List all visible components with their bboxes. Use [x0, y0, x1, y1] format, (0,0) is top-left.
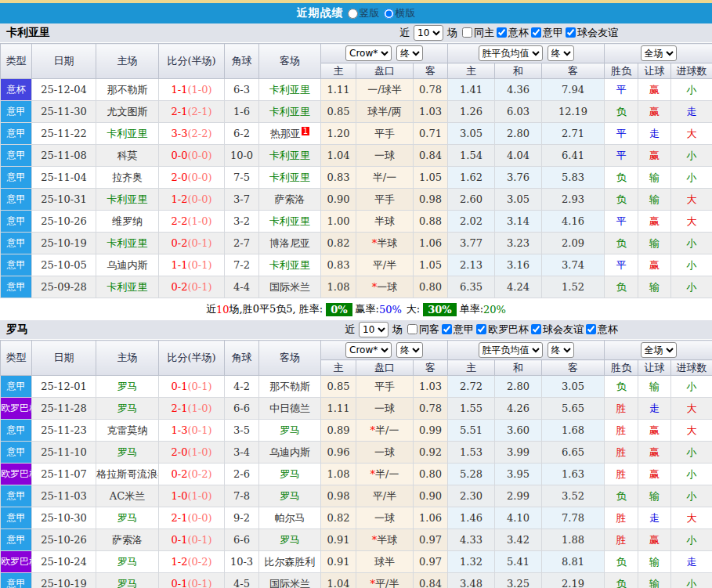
fulltime-score: 2-2 [171, 215, 187, 227]
home-team-name[interactable]: 罗马 [117, 381, 138, 392]
home-team-name[interactable]: 克雷莫纳 [107, 424, 148, 436]
away-team-name[interactable]: 卡利亚里 [269, 84, 310, 96]
col-corner: 角球 [225, 44, 259, 79]
horizontal-radio-input[interactable] [384, 9, 394, 19]
away-team-name[interactable]: 卡利亚里 [269, 106, 310, 117]
mean-stage-select[interactable]: 终 [548, 342, 574, 358]
home-team-name[interactable]: 格拉斯哥流浪者 [96, 468, 159, 480]
home-team-name[interactable]: 罗马 [117, 556, 138, 568]
mean-type-select[interactable]: 胜平负均值 [479, 45, 543, 61]
mean-type-select[interactable]: 胜平负均值 [479, 342, 543, 358]
filter-checkbox[interactable] [586, 324, 596, 334]
league-badge-cell: 意甲 [1, 573, 32, 588]
away-team-name[interactable]: 比尔森胜利 [265, 556, 316, 568]
layout-radio-horizontal[interactable]: 横版 [384, 6, 416, 20]
home-team-name[interactable]: 罗马 [117, 578, 138, 588]
away-team-name[interactable]: 卡利亚里 [269, 150, 310, 161]
away-team-name[interactable]: 乌迪内斯 [269, 446, 310, 458]
league-badge-cell: 意甲 [1, 529, 32, 551]
match-row: 欧罗巴杯25-11-07格拉斯哥流浪者0-2(0-2)2-6罗马1.08*半/一… [1, 464, 712, 485]
home-team-name[interactable]: 科莫 [117, 150, 138, 161]
away-team-name[interactable]: 萨索洛 [275, 193, 305, 205]
away-team-name[interactable]: 帕尔马 [275, 512, 305, 524]
home-team-name[interactable]: 拉齐奥 [112, 171, 143, 183]
match-scope-select[interactable]: 全场 [641, 342, 677, 358]
away-team-name[interactable]: 罗马 [280, 468, 300, 480]
corner-cell: 7-8 [225, 485, 259, 507]
filter-checkbox[interactable] [497, 27, 507, 38]
away-team-name[interactable]: 那不勒斯 [269, 381, 310, 392]
filter-option[interactable]: 同主 [462, 26, 494, 40]
home-team-name[interactable]: 乌迪内斯 [107, 259, 148, 271]
home-team-name[interactable]: 罗马 [117, 446, 138, 458]
odds-stage-select[interactable]: 终 [396, 342, 423, 358]
home-team-name[interactable]: 维罗纳 [112, 215, 143, 227]
away-team-name[interactable]: 中日德兰 [269, 402, 310, 414]
halftime-score: (0-2) [187, 556, 211, 568]
home-team-name[interactable]: 卡利亚里 [107, 128, 148, 139]
filter-checkbox[interactable] [531, 27, 541, 38]
home-team-name[interactable]: 萨索洛 [112, 534, 143, 546]
filter-option[interactable]: 欧罗巴杯 [476, 323, 529, 337]
league-badge-cell: 欧罗巴杯 [1, 398, 32, 420]
home-team-name[interactable]: 卡利亚里 [107, 237, 148, 249]
away-team-name[interactable]: 卡利亚里 [269, 259, 310, 271]
layout-radio-vertical[interactable]: 竖版 [348, 6, 380, 20]
home-team-name[interactable]: 那不勒斯 [107, 84, 148, 96]
filter-checkbox[interactable] [531, 324, 541, 334]
handicap-line-cell: *半球 [356, 529, 414, 551]
home-odds-cell: 0.85 [321, 376, 356, 398]
filter-checkbox[interactable] [407, 324, 417, 334]
handicap-result-cell: 赢 [638, 211, 671, 233]
filter-option[interactable]: 球会友谊 [531, 323, 584, 337]
vertical-radio-input[interactable] [348, 9, 358, 19]
odds-stage-select[interactable]: 终 [396, 45, 423, 61]
filter-checkbox[interactable] [476, 324, 486, 334]
away-team-name[interactable]: 国际米兰 [269, 281, 310, 293]
home-odds-cell: 1.11 [321, 398, 356, 420]
mean-draw-odds-cell: 4.26 [495, 398, 542, 420]
filter-option[interactable]: 意杯 [586, 323, 618, 337]
mean-stage-select[interactable]: 终 [548, 45, 574, 61]
home-team-name[interactable]: 卡利亚里 [107, 281, 148, 293]
match-count-select[interactable]: 10 [414, 25, 443, 41]
goals-result-cell: 小 [671, 276, 712, 298]
away-team-name[interactable]: 国际米兰 [269, 578, 310, 588]
goals-result-cell: 走 [671, 101, 712, 123]
filter-option[interactable]: 意甲 [531, 26, 563, 40]
filter-option[interactable]: 意甲 [442, 323, 474, 337]
col-date: 日期 [32, 44, 96, 79]
away-team-name[interactable]: 罗马 [280, 490, 300, 502]
away-team-name[interactable]: 罗马 [280, 534, 300, 546]
home-team-cell: 克雷莫纳 [96, 420, 159, 442]
horizontal-radio-label: 横版 [396, 6, 416, 20]
home-team-name[interactable]: 罗马 [117, 402, 138, 414]
filter-checkbox[interactable] [462, 27, 472, 38]
handicap-line-cell: 半球 [356, 211, 414, 233]
away-team-name[interactable]: 热那亚 [270, 128, 301, 139]
away-team-name[interactable]: 卡利亚里 [269, 171, 310, 183]
match-count-select[interactable]: 10 [359, 322, 389, 337]
filter-option[interactable]: 同客 [407, 323, 439, 337]
filter-option[interactable]: 意杯 [497, 26, 529, 40]
away-team-name[interactable]: 博洛尼亚 [269, 237, 310, 249]
match-scope-select[interactable]: 全场 [641, 45, 677, 61]
home-team-name[interactable]: 尤文图斯 [107, 106, 148, 117]
away-odds-cell: 0.71 [414, 123, 448, 145]
filter-checkbox[interactable] [566, 27, 576, 38]
filter-option[interactable]: 球会友谊 [566, 26, 618, 40]
home-team-name[interactable]: 卡利亚里 [107, 193, 148, 205]
away-team-name[interactable]: 罗马 [280, 424, 300, 436]
fulltime-score: 0-1 [171, 534, 187, 546]
away-team-name[interactable]: 卡利亚里 [269, 215, 310, 227]
bookmaker-select[interactable]: Crow* [345, 342, 392, 358]
home-team-name[interactable]: AC米兰 [110, 490, 145, 502]
away-team-cell: 博洛尼亚 [259, 233, 321, 254]
mean-away-odds-cell: 7.78 [542, 507, 605, 529]
result-cell: 胜 [605, 398, 638, 420]
away-team-cell: 比尔森胜利 [259, 551, 321, 573]
bookmaker-select[interactable]: Crow* [345, 45, 392, 61]
filter-checkbox[interactable] [442, 324, 452, 334]
home-team-name[interactable]: 罗马 [117, 512, 138, 524]
goals-result-cell: 小 [671, 167, 712, 189]
